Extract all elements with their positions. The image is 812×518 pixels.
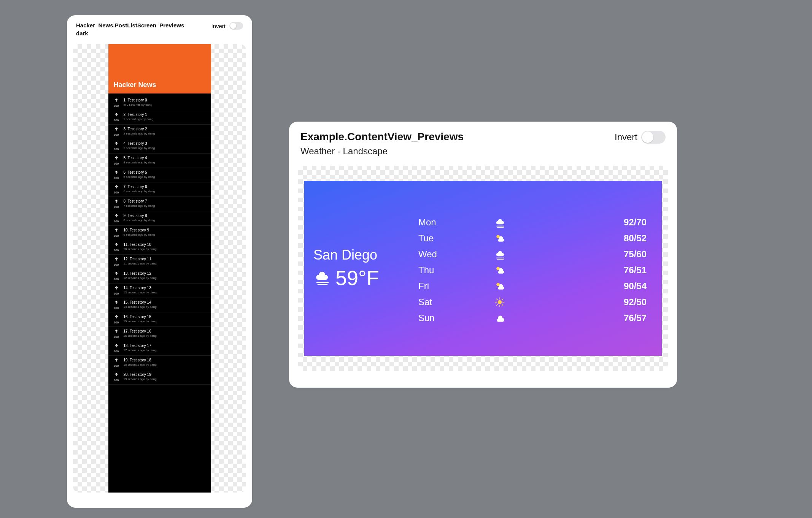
- hn-story-row[interactable]: 1004. Test story 33 seconds ago by dang: [108, 139, 211, 154]
- invert-toggle[interactable]: [641, 131, 666, 144]
- points-label: 100: [114, 249, 119, 252]
- preview-canvas: San Diego 59°F Mon92/70Tue80/52Wed75/60T…: [298, 166, 668, 371]
- day-label: Wed: [418, 249, 494, 260]
- up-arrow-icon: [114, 127, 119, 132]
- up-arrow-icon: [114, 271, 119, 277]
- upvote-button[interactable]: 100: [112, 344, 121, 353]
- up-arrow-icon: [114, 242, 119, 248]
- hn-story-list[interactable]: 1001. Test story 0in 0 seconds by dang10…: [108, 93, 211, 387]
- up-arrow-icon: [114, 329, 119, 334]
- hn-story-row[interactable]: 1001. Test story 0in 0 seconds by dang: [108, 96, 211, 110]
- hn-story-row[interactable]: 1006. Test story 55 seconds ago by dang: [108, 168, 211, 182]
- hn-story-row[interactable]: 10016. Test story 1515 seconds ago by da…: [108, 312, 211, 327]
- hi-lo-temp: 90/54: [570, 281, 647, 291]
- upvote-button[interactable]: 100: [112, 271, 121, 281]
- hn-app-frame: Hacker News 1001. Test story 0in 0 secon…: [108, 44, 211, 493]
- hn-story-row[interactable]: 10014. Test story 1313 seconds ago by da…: [108, 284, 211, 298]
- story-meta: 18 seconds ago by dang: [124, 363, 157, 366]
- upvote-button[interactable]: 100: [112, 98, 121, 108]
- upvote-button[interactable]: 100: [112, 199, 121, 209]
- story-meta: 14 seconds ago by dang: [124, 305, 157, 309]
- upvote-button[interactable]: 100: [112, 112, 121, 122]
- hn-story-row[interactable]: 1005. Test story 44 seconds ago by dang: [108, 154, 211, 168]
- story-title: 10. Test story 9: [124, 228, 155, 232]
- hn-story-row[interactable]: 1008. Test story 77 seconds ago by dang: [108, 197, 211, 211]
- upvote-button[interactable]: 100: [112, 214, 121, 223]
- upvote-button[interactable]: 100: [112, 127, 121, 136]
- forecast-row: Sun76/57: [418, 313, 647, 323]
- upvote-button[interactable]: 100: [112, 156, 121, 165]
- points-label: 100: [114, 263, 119, 266]
- upvote-button[interactable]: 100: [112, 228, 121, 238]
- day-label: Thu: [418, 265, 494, 276]
- up-arrow-icon: [114, 214, 119, 219]
- upvote-button[interactable]: 100: [112, 315, 121, 324]
- card-header: Hacker_News.PostListScreen_Previews dark…: [67, 15, 252, 40]
- preview-subtitle: Weather - Landscape: [300, 146, 464, 157]
- forecast-row: Fri90/54: [418, 281, 647, 291]
- fog-icon: [313, 269, 332, 287]
- city-name: San Diego: [313, 247, 418, 263]
- hi-lo-temp: 75/60: [570, 249, 647, 260]
- upvote-button[interactable]: 100: [112, 242, 121, 252]
- up-arrow-icon: [114, 228, 119, 233]
- hn-story-row[interactable]: 1007. Test story 66 seconds ago by dang: [108, 182, 211, 197]
- hn-story-row[interactable]: 10020. Test story 1919 seconds ago by da…: [108, 370, 211, 385]
- story-title: 9. Test story 8: [124, 214, 155, 218]
- up-arrow-icon: [114, 98, 119, 103]
- hn-story-row[interactable]: 1003. Test story 22 seconds ago by dang: [108, 125, 211, 139]
- story-title: 8. Test story 7: [124, 199, 155, 203]
- points-label: 100: [114, 335, 119, 339]
- up-arrow-icon: [114, 344, 119, 349]
- upvote-button[interactable]: 100: [112, 141, 121, 151]
- hn-story-row[interactable]: 10017. Test story 1616 seconds ago by da…: [108, 327, 211, 341]
- invert-toggle[interactable]: [229, 22, 243, 30]
- up-arrow-icon: [114, 257, 119, 262]
- forecast-row: Thu76/51: [418, 265, 647, 276]
- story-meta: 19 seconds ago by dang: [124, 377, 157, 381]
- story-meta: 6 seconds ago by dang: [124, 190, 155, 193]
- story-meta: 10 seconds ago by dang: [124, 247, 157, 251]
- story-title: 4. Test story 3: [124, 141, 155, 146]
- points-label: 100: [114, 379, 119, 382]
- upvote-button[interactable]: 100: [112, 170, 121, 180]
- hn-story-row[interactable]: 1002. Test story 11 second ago by dang: [108, 110, 211, 125]
- upvote-button[interactable]: 100: [112, 300, 121, 310]
- upvote-button[interactable]: 100: [112, 286, 121, 295]
- points-label: 100: [114, 104, 119, 108]
- upvote-button[interactable]: 100: [112, 372, 121, 382]
- story-title: 11. Test story 10: [124, 242, 157, 247]
- story-title: 14. Test story 13: [124, 286, 157, 290]
- points-label: 100: [114, 147, 119, 151]
- hn-story-row[interactable]: 10012. Test story 1111 seconds ago by da…: [108, 255, 211, 269]
- up-arrow-icon: [114, 156, 119, 161]
- invert-label: Invert: [615, 132, 637, 143]
- upvote-button[interactable]: 100: [112, 329, 121, 339]
- hn-story-row[interactable]: 1009. Test story 88 seconds ago by dang: [108, 211, 211, 226]
- weather-app-frame: San Diego 59°F Mon92/70Tue80/52Wed75/60T…: [304, 181, 662, 356]
- story-title: 15. Test story 14: [124, 300, 157, 304]
- hn-story-row[interactable]: 10018. Test story 1717 seconds ago by da…: [108, 341, 211, 356]
- hi-lo-temp: 76/57: [570, 313, 647, 323]
- partly-cloudy-icon: [494, 265, 505, 276]
- hn-story-row[interactable]: 10011. Test story 1010 seconds ago by da…: [108, 240, 211, 255]
- upvote-button[interactable]: 100: [112, 185, 121, 194]
- points-label: 100: [114, 176, 119, 180]
- forecast-row: Sat92/50: [418, 297, 647, 307]
- story-meta: 13 seconds ago by dang: [124, 291, 157, 294]
- fog-icon: [494, 249, 505, 260]
- hn-story-row[interactable]: 10015. Test story 1414 seconds ago by da…: [108, 298, 211, 312]
- forecast-row: Tue80/52: [418, 233, 647, 244]
- story-meta: in 0 seconds by dang: [124, 103, 153, 106]
- partly-cloudy-icon: [494, 281, 505, 291]
- hn-navbar: Hacker News: [108, 44, 211, 93]
- story-title: 17. Test story 16: [124, 329, 157, 333]
- upvote-button[interactable]: 100: [112, 257, 121, 266]
- story-title: 12. Test story 11: [124, 257, 157, 261]
- day-label: Tue: [418, 233, 494, 244]
- preview-subtitle: dark: [76, 30, 184, 36]
- hn-story-row[interactable]: 10013. Test story 1212 seconds ago by da…: [108, 269, 211, 284]
- hn-story-row[interactable]: 10019. Test story 1818 seconds ago by da…: [108, 356, 211, 370]
- hn-story-row[interactable]: 10010. Test story 99 seconds ago by dang: [108, 226, 211, 240]
- upvote-button[interactable]: 100: [112, 358, 121, 368]
